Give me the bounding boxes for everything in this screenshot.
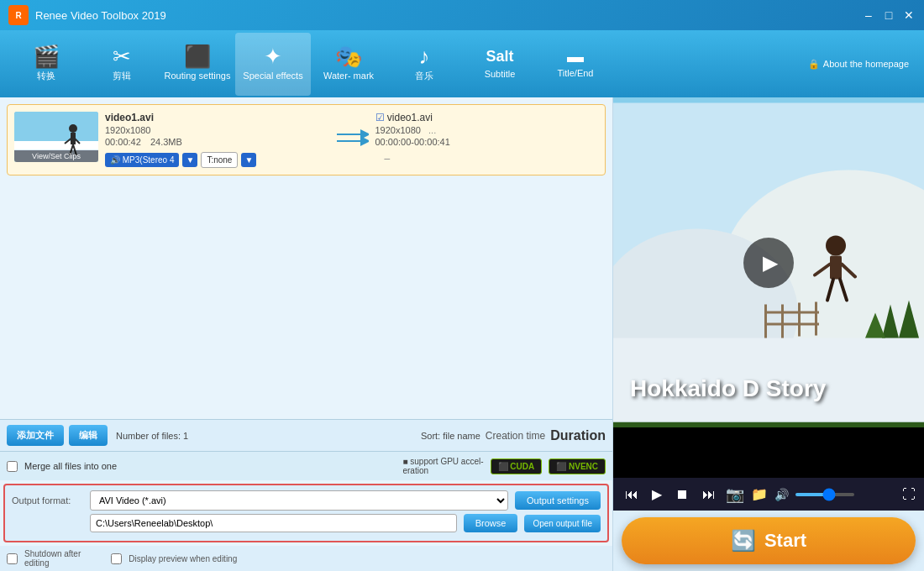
output-path-input[interactable] xyxy=(90,514,457,532)
shutdown-checkbox[interactable] xyxy=(7,553,18,564)
lock-icon: 🔒 xyxy=(808,59,820,70)
right-panel: Hokkaido D Story ⏮ ▶ ⏹ ⏭ 📷 📁 🔊 ⛶ 🔄 Start xyxy=(613,97,924,571)
thumbnail-action[interactable]: View/Set Clips xyxy=(14,150,98,162)
file-output-info: ☑ video1.avi 1920x1080 ... 00:00:00-00:0… xyxy=(375,112,599,165)
output-filename: ☑ video1.avi xyxy=(375,112,599,123)
sort-creation-btn[interactable]: Creation time xyxy=(486,430,545,442)
open-media-folder-btn[interactable]: 📁 xyxy=(751,486,768,502)
source-duration: 00:00:42 24.3MB xyxy=(105,137,328,147)
toolbar-convert-label: 转换 xyxy=(37,71,55,81)
black-bar xyxy=(613,427,924,478)
toolbar-watermark[interactable]: 🎭 Water- mark xyxy=(311,33,386,96)
toolbar-cut[interactable]: ✂ 剪辑 xyxy=(84,33,160,96)
start-label: Start xyxy=(764,530,806,552)
nvenc-button[interactable]: ⬛ NVENC xyxy=(549,458,606,474)
video-controls: ⏮ ▶ ⏹ ⏭ 📷 📁 🔊 ⛶ xyxy=(613,478,924,511)
output-settings-button[interactable]: Output settings xyxy=(515,491,601,510)
output-resolution: 1920x1080 ... xyxy=(375,125,599,135)
stop-btn[interactable]: ⏹ xyxy=(672,485,692,504)
maximize-btn[interactable]: □ xyxy=(882,8,895,22)
preview-checkbox[interactable] xyxy=(111,553,122,564)
next-btn[interactable]: ⏭ xyxy=(699,485,719,504)
minimize-btn[interactable]: – xyxy=(862,8,875,22)
toolbar-subtitle-label: Subtitle xyxy=(485,69,516,80)
extra-options-row: Shutdown after editing Display preview w… xyxy=(0,546,612,571)
effects-icon: ✦ xyxy=(264,45,282,67)
convert-icon: 🎬 xyxy=(33,45,60,67)
titleend-icon: ▬ xyxy=(567,48,584,65)
file-source-info: video1.avi 1920x1080 00:00:42 24.3MB 🔊 M… xyxy=(105,112,328,168)
video-overlay-text: Hokkaido D Story xyxy=(630,375,907,402)
output-dash: − xyxy=(384,152,391,165)
title-bar: R Renee Video Toolbox 2019 – □ ✕ xyxy=(0,0,924,30)
open-folder-button[interactable]: Open output file xyxy=(524,515,601,532)
svg-rect-28 xyxy=(764,312,819,314)
edit-button[interactable]: 编辑 xyxy=(69,425,108,446)
svg-rect-25 xyxy=(781,305,784,338)
gpu-label: ■ support GPU accel- eration xyxy=(402,457,483,475)
volume-slider[interactable] xyxy=(795,493,854,496)
output-filename-text: video1.avi xyxy=(387,112,433,123)
preview-label: Display preview when editing xyxy=(129,554,237,563)
trim-dropdown-btn[interactable]: ▼ xyxy=(241,153,256,167)
toolbar-routing[interactable]: ⬛ Routing settings xyxy=(160,33,235,96)
close-btn[interactable]: ✕ xyxy=(902,8,916,22)
output-controls: − xyxy=(375,152,599,165)
watermark-icon: 🎭 xyxy=(335,45,362,67)
add-file-button[interactable]: 添加文件 xyxy=(7,425,64,446)
toolbar-titleend[interactable]: ▬ Title/End xyxy=(538,33,613,96)
cuda-button[interactable]: ⬛ CUDA xyxy=(491,458,543,474)
nvidia-cuda-icon: ⬛ xyxy=(498,462,508,471)
shutdown-label: Shutdown after editing xyxy=(24,549,81,568)
screenshot-btn[interactable]: 📷 xyxy=(726,485,744,504)
file-thumbnail: Ten View/Set Clips xyxy=(14,112,98,162)
audio-dropdown-btn[interactable]: ▼ xyxy=(182,153,197,167)
about-link[interactable]: 🔒 About the homepage xyxy=(801,55,916,73)
file-controls: 🔊 MP3(Stereo 4 ▼ T:none ▼ xyxy=(105,152,328,168)
settings-row: Merge all files into one ■ support GPU a… xyxy=(0,451,612,480)
subtitle-icon: Salt xyxy=(486,48,513,66)
output-format-label: Output format: xyxy=(12,495,83,506)
app-title: Renee Video Toolbox 2019 xyxy=(35,9,862,22)
toolbar-subtitle[interactable]: Salt Subtitle xyxy=(462,33,538,96)
toolbar-effects[interactable]: ✦ Special effects xyxy=(235,33,311,96)
output-time: 00:00:00-00:00:41 xyxy=(375,137,599,147)
refresh-icon: 🔄 xyxy=(731,529,756,553)
svg-point-3 xyxy=(69,124,77,133)
browse-button[interactable]: Browse xyxy=(464,514,518,532)
play-button-overlay[interactable] xyxy=(743,238,794,288)
main-toolbar: 🎬 转换 ✂ 剪辑 ⬛ Routing settings ✦ Special e… xyxy=(0,30,924,97)
source-size: 24.3MB xyxy=(150,137,182,147)
svg-rect-24 xyxy=(764,305,767,338)
toolbar-routing-label: Routing settings xyxy=(165,71,231,81)
sort-duration-btn[interactable]: Duration xyxy=(550,428,606,443)
start-section: 🔄 Start xyxy=(613,511,924,571)
trim-select-btn[interactable]: T:none xyxy=(201,152,238,168)
path-row: Browse Open output file xyxy=(12,514,601,532)
merge-checkbox[interactable] xyxy=(7,461,18,472)
toolbar-effects-label: Special effects xyxy=(243,71,302,81)
file-list-area: Ten View/Set Clips xyxy=(0,97,612,419)
toolbar-music[interactable]: ♪ 音乐 xyxy=(386,33,462,96)
toolbar-convert[interactable]: 🎬 转换 xyxy=(8,33,84,96)
about-label: About the homepage xyxy=(823,59,909,69)
audio-select-btn[interactable]: 🔊 MP3(Stereo 4 xyxy=(105,153,179,167)
start-button[interactable]: 🔄 Start xyxy=(622,517,916,564)
play-btn[interactable]: ▶ xyxy=(648,485,665,504)
prev-btn[interactable]: ⏮ xyxy=(622,485,642,504)
toolbar-watermark-label: Water- mark xyxy=(323,71,374,81)
expand-btn[interactable]: ⛶ xyxy=(902,487,916,502)
file-item: Ten View/Set Clips xyxy=(7,104,606,175)
file-count: Number of files: 1 xyxy=(116,431,188,441)
source-duration-text: 00:00:42 xyxy=(105,137,141,147)
bottom-toolbar: 添加文件 编辑 Number of files: 1 Sort: file na… xyxy=(0,419,612,451)
svg-rect-26 xyxy=(798,303,801,337)
volume-icon: 🔊 xyxy=(774,488,789,501)
svg-point-18 xyxy=(826,236,846,256)
main-area: Ten View/Set Clips xyxy=(0,97,924,571)
svg-rect-19 xyxy=(830,256,842,280)
video-preview: Hokkaido D Story xyxy=(613,97,924,427)
source-filename: video1.avi xyxy=(105,112,328,123)
format-select[interactable]: AVI Video (*.avi) xyxy=(90,490,508,511)
music-icon: ♪ xyxy=(419,45,430,67)
